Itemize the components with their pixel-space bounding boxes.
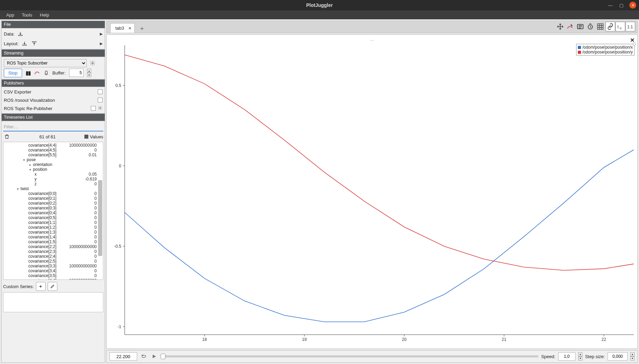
svg-text:0.5: 0.5 bbox=[115, 83, 121, 88]
tree-row[interactable]: ▾ position bbox=[3, 167, 103, 172]
speed-input[interactable] bbox=[558, 352, 575, 361]
clear-icon[interactable] bbox=[34, 69, 40, 77]
tree-row[interactable]: ▾ twist bbox=[3, 186, 103, 191]
notify-icon[interactable] bbox=[44, 70, 49, 76]
section-file-label: File bbox=[4, 22, 11, 27]
svg-point-1 bbox=[99, 107, 101, 109]
streaming-gear-icon[interactable] bbox=[89, 59, 96, 67]
values-toggle[interactable]: Values bbox=[84, 134, 103, 139]
close-icon[interactable]: ✕ bbox=[629, 2, 636, 9]
legend-tool-icon[interactable] bbox=[575, 22, 585, 31]
timeseries-tree[interactable]: covariance[4;4]100000000000covariance[4;… bbox=[3, 142, 103, 280]
link-tool-icon[interactable] bbox=[605, 22, 615, 31]
step-spinner[interactable]: ▴▾ bbox=[630, 352, 635, 361]
import-data-icon[interactable] bbox=[17, 30, 24, 38]
data-caret-icon[interactable]: ▶ bbox=[100, 32, 103, 36]
speed-spinner[interactable]: ▴▾ bbox=[578, 352, 582, 361]
loop-icon[interactable] bbox=[140, 353, 147, 360]
add-series-button[interactable]: ＋ bbox=[36, 282, 46, 291]
tree-row[interactable]: covariance[4;5]0 bbox=[3, 148, 103, 153]
tree-row[interactable]: covariance[0;3]0 bbox=[3, 206, 103, 210]
publisher-checkbox[interactable] bbox=[91, 106, 96, 111]
tree-row[interactable]: covariance[1;5]0 bbox=[3, 239, 103, 244]
streaming-source-select[interactable]: ROS Topic Subscriber bbox=[4, 59, 87, 67]
tree-row[interactable]: covariance[0;4]0 bbox=[3, 210, 103, 215]
section-publishers[interactable]: Publishers- bbox=[1, 79, 105, 87]
tree-row[interactable]: covariance[2;4]0 bbox=[3, 254, 103, 259]
tree-row[interactable]: covariance[4;4]100000000000 bbox=[3, 278, 103, 280]
tree-row[interactable]: covariance[4;4]100000000000 bbox=[3, 143, 103, 148]
move-tool-icon[interactable] bbox=[555, 22, 565, 31]
left-panel: File- Data: ▶ Layout: ▶ Streaming- bbox=[1, 21, 105, 363]
edit-series-tool-icon[interactable] bbox=[565, 22, 575, 31]
tree-scrollbar[interactable] bbox=[98, 180, 102, 256]
buffer-spinner[interactable]: ▴▾ bbox=[87, 69, 91, 77]
gear-icon[interactable] bbox=[98, 106, 103, 111]
tree-row[interactable]: covariance[0;2]0 bbox=[3, 201, 103, 206]
publisher-name: CSV Exporter bbox=[4, 89, 31, 95]
tabbar: tab3 ✕ ＋ t0 1:1 bbox=[106, 21, 638, 33]
tree-row[interactable]: covariance[2;3]0 bbox=[3, 249, 103, 254]
tree-row[interactable]: covariance[2;5]0 bbox=[3, 259, 103, 264]
plot-area[interactable]: … ✕ /odom/pose/pose/position/x/odom/pose… bbox=[106, 35, 638, 349]
tree-row[interactable]: covariance[5;5]0.01 bbox=[3, 153, 103, 157]
ratio-tool-icon[interactable]: 1:1 bbox=[626, 22, 635, 31]
minimize-icon[interactable]: — bbox=[607, 2, 613, 8]
tree-row[interactable]: covariance[1;1]0 bbox=[3, 220, 103, 225]
svg-text:-0.5: -0.5 bbox=[114, 244, 121, 249]
counts-text: 61 of 61 bbox=[11, 134, 84, 139]
section-file[interactable]: File- bbox=[1, 21, 105, 28]
edit-series-button[interactable] bbox=[48, 282, 57, 291]
tree-row[interactable]: covariance[0;0]0 bbox=[3, 191, 103, 196]
tree-row[interactable]: ▸ orientation bbox=[3, 162, 103, 167]
tree-row[interactable]: covariance[3;3]100000000000 bbox=[3, 264, 103, 268]
tree-row[interactable]: z0 bbox=[3, 181, 103, 186]
tree-row[interactable]: covariance[1;3]0 bbox=[3, 230, 103, 235]
section-streaming[interactable]: Streaming- bbox=[1, 49, 105, 57]
tree-row[interactable]: covariance[1;2]0 bbox=[3, 225, 103, 230]
tree-row[interactable]: covariance[3;5]0 bbox=[3, 273, 103, 278]
step-input[interactable] bbox=[608, 352, 628, 361]
tree-row[interactable]: covariance[2;2]100000000000 bbox=[3, 244, 103, 249]
titlebar: PlotJuggler — ▢ ✕ bbox=[0, 0, 639, 10]
tab-close-icon[interactable]: ✕ bbox=[128, 26, 132, 31]
tab-label: tab3 bbox=[115, 26, 124, 31]
stop-button[interactable]: Stop bbox=[4, 69, 22, 77]
tree-row[interactable]: ▾ pose bbox=[3, 157, 103, 162]
time-display[interactable] bbox=[109, 352, 137, 361]
layout-caret-icon[interactable]: ▶ bbox=[100, 41, 103, 46]
filter-input[interactable] bbox=[3, 122, 103, 131]
play-icon[interactable] bbox=[150, 353, 158, 360]
publisher-name: ROS Topic Re-Publisher bbox=[4, 106, 53, 111]
svg-text:-1: -1 bbox=[117, 324, 121, 329]
maximize-icon[interactable]: ▢ bbox=[618, 2, 624, 8]
import-layout-icon[interactable] bbox=[21, 40, 28, 47]
svg-text:20: 20 bbox=[402, 337, 407, 342]
tab-active[interactable]: tab3 ✕ bbox=[110, 23, 135, 33]
tree-row[interactable]: covariance[1;4]0 bbox=[3, 235, 103, 239]
menu-help[interactable]: Help bbox=[37, 11, 53, 19]
trash-icon[interactable] bbox=[3, 133, 11, 140]
buffer-input[interactable] bbox=[69, 69, 84, 77]
publisher-checkbox[interactable] bbox=[98, 89, 103, 94]
menu-app[interactable]: App bbox=[3, 11, 18, 19]
export-layout-icon[interactable] bbox=[30, 40, 38, 47]
svg-point-0 bbox=[92, 62, 93, 64]
tree-row[interactable]: covariance[0;5]0 bbox=[3, 215, 103, 220]
pause-icon[interactable]: ▮▮ bbox=[26, 70, 30, 76]
tree-row[interactable]: covariance[0;1]0 bbox=[3, 196, 103, 201]
svg-text:22: 22 bbox=[602, 337, 607, 342]
section-timeseries[interactable]: Timeseries List- bbox=[1, 114, 105, 121]
t0-tool-icon[interactable]: t0 bbox=[616, 22, 625, 31]
tree-row[interactable]: y-0.619 bbox=[3, 177, 103, 181]
tab-add-button[interactable]: ＋ bbox=[135, 24, 149, 33]
time-tool-icon[interactable] bbox=[585, 22, 595, 31]
tree-row[interactable]: covariance[3;4]0 bbox=[3, 268, 103, 273]
menubar: App Tools Help bbox=[0, 10, 639, 19]
timeline-slider[interactable] bbox=[161, 353, 538, 360]
tree-row[interactable]: x0.05 bbox=[3, 172, 103, 177]
grid-tool-icon[interactable] bbox=[595, 22, 605, 31]
publisher-checkbox[interactable] bbox=[98, 98, 103, 102]
menu-tools[interactable]: Tools bbox=[18, 11, 36, 19]
section-streaming-label: Streaming bbox=[4, 51, 23, 56]
